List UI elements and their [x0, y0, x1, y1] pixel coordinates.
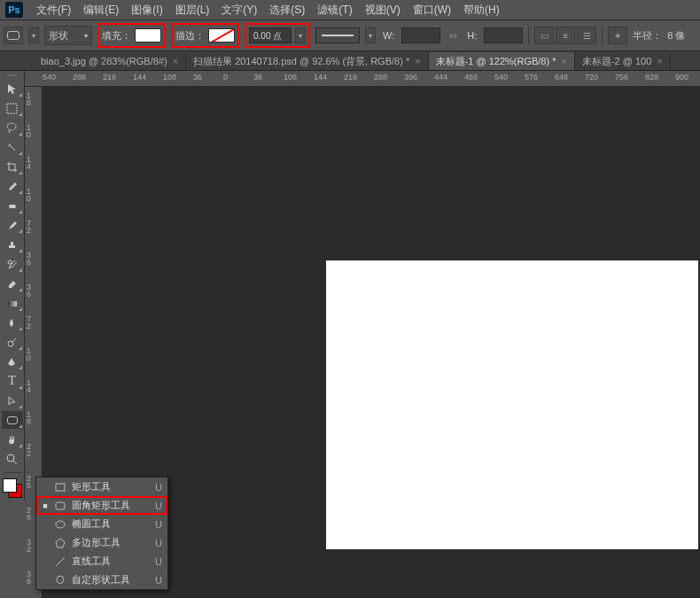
polygon-icon: [54, 537, 66, 549]
fill-label: 填充：: [102, 29, 131, 43]
type-tool[interactable]: T: [2, 372, 23, 390]
svg-point-1: [7, 123, 16, 130]
menu-item[interactable]: 图像(I): [125, 1, 168, 19]
menu-item[interactable]: 视图(V): [359, 1, 407, 19]
ellipse-icon: [54, 518, 66, 531]
document-tab[interactable]: 扫描结果 20140718.psd @ 92.6% (背景, RGB/8) *×: [186, 52, 429, 70]
menu-item[interactable]: 文字(Y): [215, 1, 263, 19]
blur-tool[interactable]: [2, 314, 23, 331]
canvas[interactable]: [326, 260, 698, 549]
brush-tool[interactable]: [2, 216, 23, 234]
eraser-tool[interactable]: [2, 275, 23, 292]
radius-value: 8 像: [667, 29, 685, 43]
rect-icon: [54, 481, 66, 493]
tools-panel: T: [0, 71, 25, 501]
ruler-horizontal: 5402882161441083603610814421628839644446…: [25, 71, 700, 87]
zoom-tool[interactable]: [2, 450, 23, 468]
rrect-icon: [54, 500, 66, 512]
svg-rect-0: [7, 104, 17, 113]
stroke-swatch[interactable]: [208, 28, 235, 43]
fill-group-highlight: 填充：: [97, 23, 166, 48]
radius-label: 半径：: [633, 29, 662, 43]
stroke-width-highlight: 0.00 点 ▾: [245, 23, 310, 48]
wand-tool[interactable]: [2, 138, 23, 156]
svg-marker-10: [56, 539, 65, 548]
eyedropper-tool[interactable]: [2, 177, 23, 195]
menu-item[interactable]: 选择(S): [263, 1, 311, 19]
close-icon[interactable]: ×: [562, 56, 567, 66]
stroke-label: 描边：: [175, 29, 205, 43]
shape-mode-select[interactable]: 形状 ▾: [44, 26, 92, 45]
svg-line-11: [56, 557, 65, 566]
heal-tool[interactable]: [2, 197, 23, 214]
close-icon[interactable]: ×: [657, 56, 662, 66]
gradient-tool[interactable]: [2, 294, 23, 312]
link-wh-icon[interactable]: ⇔: [446, 28, 460, 43]
document-tab[interactable]: biao_3.jpg @ 283%(RGB/8#)×: [34, 52, 186, 70]
shape-tool-flyout: 矩形工具U■圆角矩形工具U椭圆工具U多边形工具U直线工具U自定形状工具U: [35, 477, 168, 590]
menu-item[interactable]: 窗口(W): [407, 1, 457, 19]
height-input[interactable]: [484, 27, 523, 43]
flyout-item[interactable]: 矩形工具U: [36, 478, 167, 496]
align-icon[interactable]: ≡: [556, 27, 575, 44]
svg-rect-8: [56, 502, 65, 509]
flyout-item[interactable]: ■圆角矩形工具U: [36, 496, 167, 515]
align-buttons: ▭ ≡ ☰: [534, 27, 596, 44]
fill-swatch[interactable]: [135, 28, 161, 43]
flyout-item[interactable]: 自定形状工具U: [36, 571, 167, 589]
pen-tool[interactable]: [2, 353, 23, 370]
stamp-tool[interactable]: [2, 236, 23, 253]
lasso-tool[interactable]: [2, 119, 23, 136]
marquee-tool[interactable]: [2, 99, 23, 117]
path-ops-icon[interactable]: ▭: [534, 27, 554, 44]
menu-item[interactable]: 图层(L): [169, 1, 216, 19]
menu-item[interactable]: 文件(F): [30, 1, 77, 19]
shape-tool[interactable]: [2, 411, 23, 429]
flyout-item[interactable]: 直线工具U: [36, 552, 167, 571]
svg-rect-2: [9, 205, 16, 208]
dodge-tool[interactable]: [2, 333, 23, 351]
svg-point-3: [8, 260, 12, 264]
height-label: H:: [467, 30, 477, 41]
svg-point-9: [56, 521, 65, 528]
line-icon: [54, 555, 66, 568]
stroke-swatch-highlight: 描边：: [171, 23, 239, 48]
svg-rect-7: [56, 484, 65, 491]
document-tabs: biao_3.jpg @ 283%(RGB/8#)×扫描结果 20140718.…: [0, 51, 700, 71]
svg-rect-4: [8, 301, 17, 307]
flyout-item[interactable]: 椭圆工具U: [36, 515, 167, 533]
menubar: Ps 文件(F)编辑(E)图像(I)图层(L)文字(Y)选择(S)滤镜(T)视图…: [0, 0, 700, 19]
stroke-style-select[interactable]: [315, 27, 360, 43]
shape-mode-label: 形状: [49, 29, 68, 43]
width-input[interactable]: [401, 27, 440, 43]
tool-preset-dropdown[interactable]: ▾: [28, 27, 39, 43]
options-bar: ▾ 形状 ▾ 填充： 描边： 0.00 点 ▾ ▾ W: ⇔ H: ▭ ≡ ☰ …: [0, 19, 700, 51]
app-logo: Ps: [5, 2, 23, 18]
svg-point-6: [7, 454, 14, 462]
flyout-item[interactable]: 多边形工具U: [36, 533, 167, 552]
stroke-style-dropdown[interactable]: ▾: [365, 27, 376, 43]
hand-tool[interactable]: [2, 431, 23, 448]
width-label: W:: [383, 30, 394, 41]
stroke-width-input[interactable]: 0.00 点: [249, 27, 292, 43]
arrange-icon[interactable]: ☰: [577, 27, 596, 44]
history-brush-tool[interactable]: [2, 255, 23, 273]
menu-item[interactable]: 编辑(E): [77, 1, 125, 19]
custom-icon: [54, 574, 66, 586]
close-icon[interactable]: ×: [415, 56, 420, 66]
gear-icon[interactable]: ✶: [608, 27, 627, 44]
document-tab[interactable]: 未标题-1 @ 122%(RGB/8) *×: [429, 52, 575, 70]
move-tool[interactable]: [2, 80, 23, 97]
crop-tool[interactable]: [2, 158, 23, 175]
panel-grip[interactable]: [2, 73, 23, 78]
shape-tool-icon[interactable]: [4, 27, 23, 44]
stroke-width-dropdown[interactable]: ▾: [295, 27, 306, 43]
menu-item[interactable]: 滤镜(T): [311, 1, 358, 19]
color-swatches[interactable]: [2, 478, 23, 501]
document-tab[interactable]: 未标题-2 @ 100×: [575, 52, 671, 70]
close-icon[interactable]: ×: [173, 56, 178, 66]
path-select-tool[interactable]: [2, 392, 23, 409]
menu-item[interactable]: 帮助(H): [457, 1, 506, 19]
